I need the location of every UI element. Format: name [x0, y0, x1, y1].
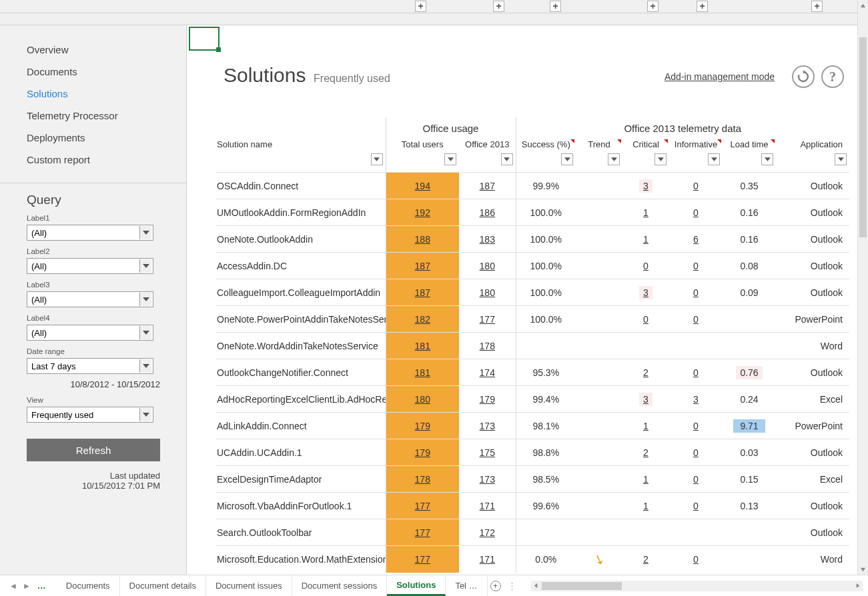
office-2013-link[interactable]: 178 [480, 341, 495, 351]
filter-dropdown[interactable] [835, 153, 847, 165]
informative-link[interactable]: 0 [693, 474, 699, 485]
total-users-link[interactable]: 180 [415, 394, 430, 405]
filter-dropdown[interactable] [371, 153, 383, 165]
date-range-select[interactable]: Last 7 days [27, 358, 153, 374]
informative-link[interactable]: 0 [693, 181, 699, 191]
label1-select[interactable]: (All) [27, 225, 153, 241]
total-users-link[interactable]: 177 [415, 554, 430, 565]
scroll-left-arrow-icon[interactable] [531, 581, 542, 591]
scroll-right-arrow-icon[interactable] [852, 581, 863, 591]
critical-link[interactable]: 3 [639, 393, 653, 406]
informative-link[interactable]: 0 [693, 421, 699, 431]
office-2013-link[interactable]: 173 [480, 421, 495, 431]
informative-link[interactable]: 0 [693, 554, 699, 565]
help-icon[interactable]: ? [821, 65, 844, 88]
separator-grip-icon[interactable]: ⋮ [508, 581, 515, 591]
critical-link[interactable]: 0 [643, 314, 648, 325]
sheet-tab-document-details[interactable]: Document details [120, 575, 206, 596]
office-2013-link[interactable]: 180 [480, 287, 495, 298]
informative-link[interactable]: 0 [693, 367, 699, 378]
office-2013-link[interactable]: 175 [480, 447, 495, 458]
critical-link[interactable]: 2 [643, 447, 648, 458]
scroll-thumb[interactable] [542, 582, 622, 590]
nav-documents[interactable]: Documents [0, 61, 186, 83]
nav-custom-report[interactable]: Custom report [0, 149, 186, 171]
total-users-link[interactable]: 177 [415, 527, 430, 538]
filter-dropdown[interactable] [761, 153, 773, 165]
refresh-icon[interactable] [792, 65, 815, 88]
total-users-link[interactable]: 179 [415, 421, 430, 431]
filter-dropdown[interactable] [708, 153, 720, 165]
total-users-link[interactable]: 182 [415, 314, 430, 325]
total-users-link[interactable]: 187 [415, 261, 430, 271]
sheet-tab-solutions[interactable]: Solutions [387, 575, 446, 596]
total-users-link[interactable]: 194 [415, 181, 430, 191]
sheet-tab-document-sessions[interactable]: Document sessions [292, 575, 387, 596]
critical-link[interactable]: 1 [643, 207, 648, 218]
office-2013-link[interactable]: 174 [480, 367, 495, 378]
office-2013-link[interactable]: 180 [480, 261, 495, 271]
office-2013-link[interactable]: 187 [480, 181, 495, 191]
total-users-link[interactable]: 177 [415, 501, 430, 511]
label4-select[interactable]: (All) [27, 325, 153, 341]
office-2013-link[interactable]: 171 [480, 501, 495, 511]
refresh-button[interactable]: Refresh [27, 439, 160, 461]
office-2013-link[interactable]: 186 [480, 207, 495, 218]
informative-link[interactable]: 0 [693, 314, 699, 325]
informative-link[interactable]: 0 [693, 501, 699, 511]
sheet-tab-document-issues[interactable]: Document issues [206, 575, 292, 596]
informative-link[interactable]: 0 [693, 261, 699, 271]
critical-link[interactable]: 3 [639, 286, 653, 299]
critical-link[interactable]: 1 [643, 421, 648, 431]
scroll-thumb[interactable] [859, 37, 867, 237]
sheet-tab-documents[interactable]: Documents [57, 575, 120, 596]
management-mode-link[interactable]: Add-in management mode [665, 71, 775, 82]
total-users-link[interactable]: 181 [415, 367, 430, 378]
filter-dropdown[interactable] [655, 153, 667, 165]
total-users-link[interactable]: 181 [415, 341, 430, 351]
collapse-toggle[interactable]: + [550, 1, 561, 12]
critical-link[interactable]: 1 [643, 501, 648, 511]
informative-link[interactable]: 0 [693, 207, 699, 218]
collapse-toggle[interactable]: + [697, 1, 708, 12]
sheet-more-icon[interactable]: … [33, 581, 50, 591]
critical-link[interactable]: 1 [643, 474, 648, 485]
office-2013-link[interactable]: 173 [480, 474, 495, 485]
total-users-link[interactable]: 178 [415, 474, 430, 485]
informative-link[interactable]: 6 [693, 234, 699, 245]
view-select[interactable]: Frequently used [27, 407, 153, 423]
filter-dropdown[interactable] [501, 153, 513, 165]
office-2013-link[interactable]: 171 [480, 554, 495, 565]
total-users-link[interactable]: 179 [415, 447, 430, 458]
office-2013-link[interactable]: 179 [480, 394, 495, 405]
total-users-link[interactable]: 192 [415, 207, 430, 218]
informative-link[interactable]: 0 [693, 447, 699, 458]
critical-link[interactable]: 2 [643, 554, 648, 565]
collapse-toggle[interactable]: + [415, 1, 426, 12]
nav-overview[interactable]: Overview [0, 39, 186, 61]
nav-solutions[interactable]: Solutions [0, 83, 186, 105]
collapse-toggle[interactable]: + [647, 1, 659, 12]
collapse-toggle[interactable]: + [493, 1, 504, 12]
sheet-prev-icon[interactable]: ◄ [7, 581, 20, 591]
sheet-next-icon[interactable]: ► [20, 581, 33, 591]
critical-link[interactable]: 2 [643, 367, 648, 378]
total-users-link[interactable]: 187 [415, 287, 430, 298]
nav-telemetry-processor[interactable]: Telemetry Processor [0, 105, 186, 127]
critical-link[interactable]: 0 [643, 261, 648, 271]
informative-link[interactable]: 0 [693, 287, 699, 298]
filter-dropdown[interactable] [608, 153, 620, 165]
label2-select[interactable]: (All) [27, 258, 153, 274]
collapse-toggle[interactable]: + [811, 1, 823, 12]
office-2013-link[interactable]: 177 [480, 314, 495, 325]
informative-link[interactable]: 3 [693, 394, 699, 405]
add-sheet-button[interactable]: + [488, 581, 504, 591]
filter-dropdown[interactable] [444, 153, 456, 165]
vertical-scrollbar[interactable] [857, 0, 868, 575]
critical-link[interactable]: 1 [643, 234, 648, 245]
label3-select[interactable]: (All) [27, 291, 153, 307]
scroll-down-arrow-icon[interactable] [858, 564, 868, 575]
scroll-up-arrow-icon[interactable] [858, 0, 868, 11]
critical-link[interactable]: 3 [639, 179, 653, 193]
nav-deployments[interactable]: Deployments [0, 127, 186, 149]
